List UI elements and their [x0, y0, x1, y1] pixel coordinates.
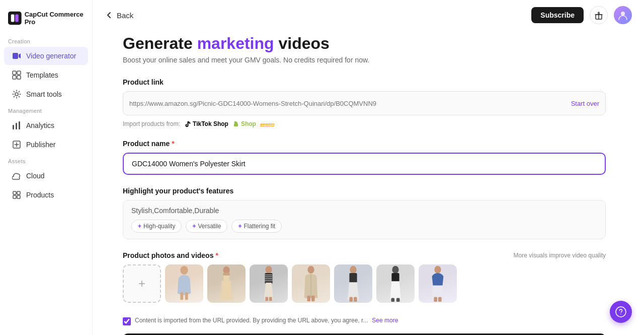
- consent-checkbox[interactable]: [123, 317, 131, 325]
- svg-rect-16: [17, 195, 20, 198]
- plus-icon-2: +: [192, 223, 196, 230]
- feature-tags: + High-quality + Versatile + Flattering …: [131, 220, 597, 233]
- consent-row: Content is imported from the URL provide…: [123, 317, 606, 325]
- import-logos: TikTok Shop Shop amazon: [184, 120, 274, 127]
- subscribe-button[interactable]: Subscribe: [531, 7, 584, 23]
- plus-icon-1: +: [138, 223, 141, 230]
- svg-rect-7: [17, 76, 21, 79]
- photo-thumbnail-3[interactable]: [250, 264, 288, 303]
- svg-rect-26: [223, 273, 229, 276]
- help-icon: [615, 306, 626, 317]
- amazon-platform-logo[interactable]: amazon: [260, 120, 274, 127]
- photos-hint: More visuals improve video quality: [514, 252, 606, 259]
- topbar: Back Subscribe: [93, 0, 644, 30]
- svg-point-18: [621, 12, 625, 16]
- see-more-link[interactable]: See more: [372, 317, 398, 324]
- features-section: Highlight your product's features Stylis…: [123, 187, 606, 239]
- product-name-input[interactable]: [123, 153, 606, 175]
- product-name-label: Product name *: [123, 140, 606, 148]
- svg-rect-13: [13, 191, 16, 194]
- analytics-icon: [12, 121, 21, 130]
- sidebar-item-publisher[interactable]: Publisher: [4, 136, 88, 154]
- sidebar-item-label-templates: Templates: [26, 71, 58, 79]
- fashion-image-6: [376, 264, 415, 303]
- title-highlight: marketing: [197, 34, 274, 52]
- svg-point-21: [180, 266, 188, 275]
- fashion-image-4: [292, 264, 330, 303]
- sidebar-item-video-generator[interactable]: Video generator: [4, 47, 88, 65]
- svg-point-27: [265, 266, 272, 274]
- plus-icon-3: +: [238, 223, 242, 230]
- photos-section: Product photos and videos * More visuals…: [123, 251, 606, 305]
- consent-text: Content is imported from the URL provide…: [135, 317, 368, 324]
- features-box: Stylish,Comfortable,Durable + High-quali…: [123, 200, 606, 239]
- start-over-link[interactable]: Start over: [571, 100, 599, 107]
- shopify-icon: [232, 120, 239, 127]
- photo-thumbnail-4[interactable]: [292, 264, 330, 303]
- publisher-icon: [12, 140, 21, 149]
- logo: CapCut Commerce Pro: [0, 6, 92, 34]
- svg-rect-48: [434, 297, 437, 302]
- svg-rect-42: [354, 297, 357, 302]
- gift-icon: [594, 11, 603, 20]
- add-photo-button[interactable]: +: [123, 264, 161, 303]
- feature-tag-versatile[interactable]: + Versatile: [186, 220, 227, 233]
- svg-rect-0: [8, 12, 22, 25]
- title-prefix: Generate: [123, 34, 197, 52]
- required-star: *: [172, 140, 174, 148]
- sidebar-item-smart-tools[interactable]: Smart tools: [4, 85, 88, 103]
- svg-rect-2: [15, 15, 19, 22]
- photos-label: Product photos and videos *: [123, 251, 218, 259]
- tiktok-platform-logo[interactable]: TikTok Shop: [184, 120, 228, 127]
- feature-tag-highquality[interactable]: + High-quality: [131, 220, 182, 233]
- svg-point-43: [392, 266, 398, 274]
- page-subtitle: Boost your online sales and meet your GM…: [123, 56, 606, 64]
- svg-rect-23: [185, 292, 188, 300]
- sidebar-item-products[interactable]: Products: [4, 186, 88, 204]
- svg-rect-22: [180, 292, 183, 300]
- feature-tag-flattering[interactable]: + Flattering fit: [231, 220, 282, 233]
- svg-point-51: [620, 314, 621, 315]
- photo-thumbnail-2[interactable]: [207, 264, 246, 303]
- gift-button[interactable]: [590, 6, 608, 24]
- svg-rect-6: [13, 76, 16, 79]
- svg-rect-40: [349, 273, 357, 283]
- svg-rect-33: [265, 297, 268, 301]
- photos-grid: +: [123, 264, 606, 305]
- management-section-label: Management: [0, 104, 92, 116]
- cloud-icon: [12, 171, 21, 180]
- product-link-container: Start over: [123, 91, 606, 115]
- photo-thumbnail-1[interactable]: [165, 264, 203, 303]
- shopify-platform-logo[interactable]: Shop: [232, 120, 256, 127]
- templates-icon: [12, 71, 21, 80]
- product-link-section: Product link Start over Import products …: [123, 78, 606, 127]
- photos-header: Product photos and videos * More visuals…: [123, 251, 606, 259]
- product-link-label: Product link: [123, 78, 606, 86]
- page-title: Generate marketing videos: [123, 34, 606, 53]
- svg-rect-49: [438, 297, 442, 302]
- avatar[interactable]: [614, 6, 632, 24]
- sidebar-item-templates[interactable]: Templates: [4, 66, 88, 84]
- fashion-image-3: [250, 264, 288, 303]
- smart-tools-icon: [12, 90, 21, 99]
- features-text: Stylish,Comfortable,Durable: [131, 207, 597, 215]
- sidebar-item-analytics[interactable]: Analytics: [4, 116, 88, 135]
- main-content: Back Subscribe Generate marketing video: [93, 0, 644, 335]
- back-button[interactable]: Back: [105, 11, 133, 20]
- product-link-input[interactable]: [129, 100, 571, 107]
- sidebar-item-cloud[interactable]: Cloud: [4, 167, 88, 185]
- photo-thumbnail-5[interactable]: [334, 264, 372, 303]
- svg-point-35: [307, 266, 314, 274]
- svg-rect-3: [13, 53, 18, 59]
- svg-point-47: [434, 266, 441, 274]
- sidebar-item-label-products: Products: [26, 191, 54, 199]
- features-label: Highlight your product's features: [123, 187, 606, 195]
- photo-thumbnail-6[interactable]: [376, 264, 415, 303]
- photo-thumbnail-7[interactable]: [419, 264, 457, 303]
- help-button[interactable]: [610, 301, 632, 323]
- svg-rect-19: [234, 124, 238, 126]
- page-content: Generate marketing videos Boost your onl…: [93, 30, 636, 335]
- back-arrow-icon: [105, 11, 114, 20]
- svg-rect-10: [16, 123, 17, 129]
- svg-rect-5: [17, 71, 21, 75]
